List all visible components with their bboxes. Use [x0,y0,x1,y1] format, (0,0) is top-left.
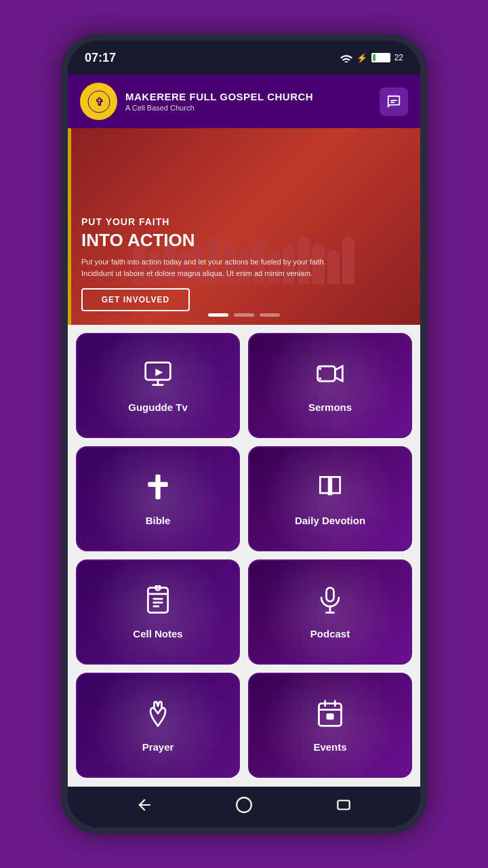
menu-card-events[interactable]: Events [248,673,412,778]
battery-percentage: 22 [394,53,403,62]
podcast-label: Podcast [310,628,350,639]
phone-notch [190,41,298,61]
wifi-icon [340,53,352,62]
slide-dot-1[interactable] [208,313,228,317]
svg-rect-11 [148,481,167,486]
svg-marker-9 [335,366,342,381]
svg-rect-13 [148,587,167,612]
home-icon [235,796,253,814]
notes-icon [143,585,173,621]
cell-notes-label: Cell Notes [133,628,182,639]
header-left: ✞ MAKERERE FULL GOSPEL CHURCH A Cell Bas… [80,83,313,120]
phone-frame: 07:17 ••• ⚡ 22 ✞ [61,34,427,834]
menu-card-cell-notes[interactable]: Cell Notes [76,559,240,665]
battery-fill [373,54,376,61]
logo-svg: ✞ [87,90,111,114]
menu-card-daily-devotion[interactable]: Daily Devotion [248,446,412,551]
calendar-icon [315,698,345,734]
menu-card-bible[interactable]: Bible [76,446,240,551]
svg-point-27 [237,797,251,812]
svg-point-7 [319,367,322,370]
hero-slide-dots [208,313,280,317]
slide-dot-2[interactable] [234,313,254,317]
back-icon [136,796,153,814]
church-info: MAKERERE FULL GOSPEL CHURCH A Cell Based… [125,91,313,112]
sermons-label: Sermons [308,401,352,413]
menu-card-prayer[interactable]: Prayer [76,673,240,778]
home-nav-button[interactable] [230,791,258,823]
church-subtitle: A Cell Based Church [125,104,313,112]
screen-content: ✞ MAKERERE FULL GOSPEL CHURCH A Cell Bas… [68,75,420,787]
status-right-icons: ⚡ 22 [340,53,403,63]
menu-card-sermons[interactable]: Sermons [248,333,412,438]
battery-icon [371,53,390,62]
svg-point-8 [319,377,322,380]
menu-card-podcast[interactable]: Podcast [248,559,412,665]
events-label: Events [313,741,346,753]
daily-devotion-label: Daily Devotion [295,515,365,526]
message-button[interactable] [380,87,408,116]
app-header: ✞ MAKERERE FULL GOSPEL CHURCH A Cell Bas… [68,75,420,128]
hero-left-border [68,128,71,325]
recent-nav-button[interactable] [329,791,358,823]
menu-card-gugudde-tv[interactable]: Gugudde Tv [76,333,240,438]
video-camera-icon [315,359,345,395]
svg-rect-3 [390,102,394,103]
hero-pre-title: PUT YOUR FAITH [81,216,407,227]
prayer-hands-icon [143,698,173,734]
gugudde-tv-label: Gugudde Tv [128,401,188,413]
get-involved-button[interactable]: GET INVOLVED [81,288,190,311]
church-logo: ✞ [80,83,117,120]
church-name: MAKERERE FULL GOSPEL CHURCH [125,91,313,102]
bible-label: Bible [146,515,171,526]
open-book-icon [315,472,345,508]
back-nav-button[interactable] [130,791,159,823]
microphone-icon [315,585,345,621]
status-time: 07:17 [85,51,116,65]
svg-rect-19 [327,587,334,601]
hero-banner: PUT YOUR FAITH INTO ACTION Put your fait… [68,128,420,325]
hero-content: PUT YOUR FAITH INTO ACTION Put your fait… [81,216,407,311]
charging-icon: ⚡ [357,53,367,63]
svg-text:✞: ✞ [94,96,103,108]
svg-rect-28 [338,801,349,810]
bottom-navigation [68,787,420,827]
menu-grid: Gugudde Tv Sermons [68,325,420,786]
svg-rect-2 [390,100,396,101]
svg-marker-5 [155,368,163,376]
slide-dot-3[interactable] [260,313,280,317]
svg-rect-26 [327,713,334,719]
recent-icon [335,796,352,814]
message-icon [386,94,401,109]
hero-description: Put your faith into action today and let… [81,256,358,279]
tv-icon [143,359,173,395]
prayer-label: Prayer [142,741,174,753]
hero-main-title: INTO ACTION [81,230,407,251]
cross-icon [143,472,173,508]
